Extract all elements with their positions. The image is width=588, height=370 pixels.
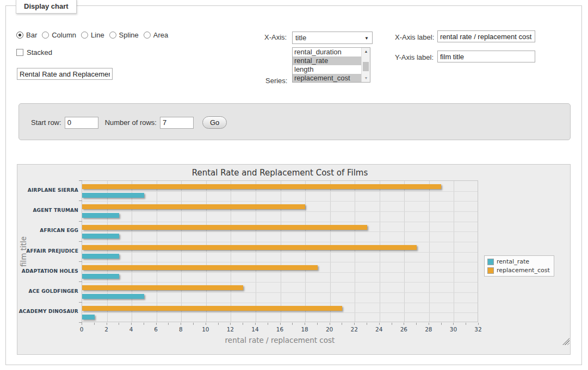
chart-legend: rental_ratereplacement_cost: [484, 255, 554, 277]
series-listbox[interactable]: rental_durationrental_ratelengthreplacem…: [292, 47, 370, 83]
chart-title: Rental Rate and Replacement Cost of Film…: [82, 168, 478, 178]
chart-type-option-area[interactable]: Area: [144, 31, 168, 39]
bar-rental_rate[interactable]: [82, 254, 119, 259]
x-axis-tick: [441, 323, 442, 325]
scroll-down-icon[interactable]: ▼: [362, 74, 370, 82]
vertical-gridline: [231, 181, 231, 322]
vertical-gridline: [454, 181, 454, 322]
go-button[interactable]: Go: [202, 116, 227, 129]
series-option-length[interactable]: length: [293, 65, 361, 74]
x-axis-selected-value: title: [295, 34, 306, 42]
num-rows-input[interactable]: [160, 117, 194, 129]
bar-replacement_cost[interactable]: [82, 265, 318, 270]
radio-bar[interactable]: [16, 32, 23, 39]
vertical-gridline: [281, 181, 281, 322]
x-axis-select[interactable]: title ▼: [292, 32, 373, 44]
chart-type-option-line[interactable]: Line: [81, 31, 104, 39]
x-axis-tick-label: 16: [272, 326, 288, 333]
chart-title-input[interactable]: [17, 68, 113, 80]
bar-rental_rate[interactable]: [82, 213, 119, 218]
bar-replacement_cost[interactable]: [82, 245, 417, 250]
chart-type-radio-group: BarColumnLineSplineArea: [16, 31, 168, 39]
x-axis-tick: [181, 323, 181, 325]
radio-spline[interactable]: [109, 32, 116, 39]
horizontal-gridline: [82, 231, 478, 232]
x-axis-tick: [330, 323, 330, 325]
radio-column[interactable]: [42, 32, 49, 39]
horizontal-gridline: [82, 292, 478, 293]
scroll-up-icon[interactable]: ▲: [362, 48, 370, 55]
x-axis-tick: [268, 323, 268, 325]
horizontal-gridline: [82, 211, 478, 212]
vertical-gridline: [256, 181, 256, 322]
series-option-replacement_cost[interactable]: replacement_cost: [293, 74, 361, 83]
series-scrollbar[interactable]: ▲ ▼: [361, 48, 370, 82]
chart-plot-area: [82, 180, 478, 322]
x-axis-tick: [230, 323, 231, 325]
legend-item-replacement_cost[interactable]: replacement_cost: [487, 267, 550, 274]
horizontal-gridline: [82, 222, 478, 222]
x-axis-tick: [168, 323, 169, 325]
vertical-gridline: [181, 181, 182, 322]
x-axis-tick: [392, 323, 392, 325]
y-axis-label-input[interactable]: [437, 51, 535, 62]
x-axis-tick-label: 26: [395, 326, 412, 333]
radio-area[interactable]: [144, 32, 151, 39]
radio-line[interactable]: [81, 32, 88, 39]
y-axis-tick: [79, 180, 82, 181]
bar-replacement_cost[interactable]: [82, 285, 243, 290]
x-axis-tick: [466, 323, 466, 325]
x-axis-title: rental rate / replacement cost: [82, 336, 478, 344]
legend-label: replacement_cost: [497, 267, 550, 274]
chart-type-option-column[interactable]: Column: [42, 31, 76, 39]
resize-handle-icon[interactable]: [562, 338, 570, 345]
rows-control-panel: Start row: Number of rows: Go: [18, 103, 571, 140]
stacked-checkbox[interactable]: [16, 49, 23, 56]
x-axis-tick: [416, 323, 417, 325]
x-axis-tick: [453, 323, 454, 325]
bar-replacement_cost[interactable]: [82, 225, 367, 230]
x-axis-tick: [131, 323, 132, 325]
x-axis-select-label: X-Axis:: [264, 33, 287, 41]
horizontal-gridline: [82, 282, 478, 283]
x-axis-tick-label: 4: [123, 326, 139, 333]
bar-rental_rate[interactable]: [82, 234, 119, 239]
radio-label: Spline: [119, 31, 139, 39]
bar-rental_rate[interactable]: [82, 274, 119, 279]
start-row-input[interactable]: [65, 117, 98, 129]
x-axis-tick: [82, 323, 82, 325]
vertical-gridline: [355, 181, 355, 322]
bar-rental_rate[interactable]: [82, 193, 144, 198]
stacked-checkbox-row[interactable]: Stacked: [16, 48, 52, 57]
radio-label: Bar: [26, 31, 37, 39]
bar-replacement_cost[interactable]: [82, 306, 342, 311]
horizontal-gridline: [82, 201, 478, 202]
series-option-rental_duration[interactable]: rental_duration: [293, 48, 361, 57]
y-axis-tick: [79, 221, 82, 222]
x-axis-tick: [193, 323, 194, 325]
y-axis-tick: [79, 261, 82, 262]
x-axis-tick: [292, 323, 293, 325]
bar-rental_rate[interactable]: [82, 294, 144, 299]
x-axis-tick-label: 28: [420, 326, 437, 333]
horizontal-gridline: [82, 191, 478, 192]
x-axis-label-input[interactable]: [437, 30, 535, 42]
scrollbar-thumb[interactable]: [363, 62, 369, 71]
bar-replacement_cost[interactable]: [82, 204, 305, 209]
bar-rental_rate[interactable]: [82, 315, 95, 319]
series-option-rental_rate[interactable]: rental_rate: [293, 57, 361, 65]
chart-type-option-spline[interactable]: Spline: [109, 31, 139, 39]
x-axis-tick: [94, 323, 95, 325]
x-axis-tick-label: 18: [296, 326, 313, 333]
x-axis-tick-label: 20: [321, 326, 338, 333]
horizontal-gridline: [82, 312, 478, 313]
legend-item-rental_rate[interactable]: rental_rate: [487, 258, 550, 265]
chart-type-option-bar[interactable]: Bar: [16, 31, 37, 39]
bar-replacement_cost[interactable]: [82, 184, 441, 189]
vertical-gridline: [107, 181, 108, 322]
x-axis-tick: [156, 323, 157, 325]
chart-container: Rental Rate and Replacement Cost of Film…: [17, 164, 571, 355]
x-axis-tick: [107, 323, 107, 325]
radio-label: Line: [91, 31, 104, 39]
series-select-label: Series:: [265, 77, 287, 85]
